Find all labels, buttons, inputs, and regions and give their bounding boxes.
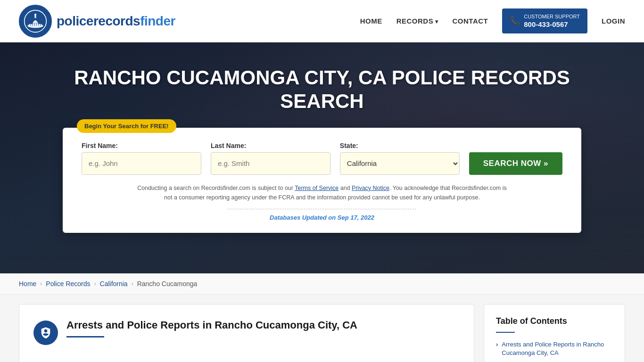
breadcrumb-police-records[interactable]: Police Records (46, 280, 90, 288)
hero-title: RANCHO CUCAMONGA CITY, CA POLICE RECORDS… (63, 66, 581, 114)
first-name-group: First Name: (82, 142, 201, 175)
article-header: Arrests and Police Reports in Rancho Cuc… (33, 319, 460, 345)
svg-rect-5 (30, 23, 31, 26)
svg-rect-10 (40, 23, 41, 26)
state-select[interactable]: California Alabama Alaska Arizona Arkans… (340, 152, 460, 175)
search-now-button[interactable]: SEARCH NOW » (469, 152, 562, 175)
badge-icon (33, 321, 58, 345)
breadcrumb-sep-2: › (94, 280, 96, 287)
db-date: Sep 17, 2022 (338, 214, 374, 221)
customer-support-button[interactable]: 📞 CUSTOMER SUPPORT 800-433-0567 (502, 8, 587, 34)
main-content: Arrests and Police Reports in Rancho Cuc… (0, 295, 644, 362)
search-card: Begin Your Search for FREE! First Name: … (63, 128, 581, 233)
divider (228, 209, 416, 209)
content-left: Arrests and Police Reports in Rancho Cuc… (19, 304, 474, 362)
db-updated: Databases Updated on Sep 17, 2022 (82, 214, 562, 221)
logo-area: policerecordsfinder (19, 5, 175, 38)
search-fields: First Name: Last Name: State: California… (82, 142, 562, 175)
breadcrumb-home[interactable]: Home (19, 280, 36, 288)
last-name-group: Last Name: (211, 142, 330, 175)
nav-records[interactable]: RECORDS (396, 17, 438, 25)
hero-content: RANCHO CUCAMONGA CITY, CA POLICE RECORDS… (0, 42, 644, 233)
article-title-area: Arrests and Police Reports in Rancho Cuc… (66, 319, 357, 337)
first-name-input[interactable] (82, 152, 201, 175)
svg-rect-8 (36, 23, 37, 26)
search-badge: Begin Your Search for FREE! (77, 119, 176, 133)
toc-divider (496, 332, 515, 333)
svg-rect-9 (38, 23, 39, 26)
phone-icon: 📞 (510, 16, 520, 26)
breadcrumb-california[interactable]: California (100, 280, 128, 288)
main-nav: HOME RECORDS CONTACT 📞 CUSTOMER SUPPORT … (360, 8, 625, 34)
toc-arrow-icon: › (496, 341, 498, 348)
tos-link[interactable]: Terms of Service (295, 185, 339, 191)
breadcrumb: Home › Police Records › California › Ran… (0, 273, 644, 295)
svg-rect-7 (34, 23, 35, 26)
last-name-label: Last Name: (211, 142, 330, 149)
title-underline (66, 336, 104, 337)
disclaimer-text: Conducting a search on Recordsfinder.com… (133, 183, 511, 202)
toc-item[interactable]: › Arrests and Police Reports in Rancho C… (496, 340, 613, 357)
breadcrumb-sep-1: › (40, 280, 42, 287)
toc-title: Table of Contents (496, 316, 613, 326)
first-name-label: First Name: (82, 142, 201, 149)
content-right: Table of Contents › Arrests and Police R… (484, 304, 625, 362)
logo-text: policerecordsfinder (57, 14, 175, 29)
toc-link-arrests[interactable]: Arrests and Police Reports in Rancho Cuc… (502, 340, 613, 357)
article-title: Arrests and Police Reports in Rancho Cuc… (66, 319, 357, 332)
shield-badge-icon (39, 326, 52, 339)
svg-point-4 (34, 13, 36, 15)
breadcrumb-sep-3: › (132, 280, 133, 287)
site-header: policerecordsfinder HOME RECORDS CONTACT… (0, 0, 644, 42)
state-label: State: (340, 142, 460, 149)
login-button[interactable]: LOGIN (602, 17, 625, 25)
svg-rect-6 (32, 23, 33, 26)
hero-section: RANCHO CUCAMONGA CITY, CA POLICE RECORDS… (0, 42, 644, 273)
breadcrumb-current: Rancho Cucamonga (137, 280, 198, 288)
nav-contact[interactable]: CONTACT (453, 17, 488, 25)
support-number: 800-433-0567 (524, 20, 580, 29)
privacy-link[interactable]: Privacy Notice (352, 185, 389, 191)
support-label: CUSTOMER SUPPORT (524, 13, 580, 20)
state-group: State: California Alabama Alaska Arizona… (340, 142, 460, 175)
nav-home[interactable]: HOME (360, 17, 382, 25)
logo-icon[interactable] (19, 5, 52, 38)
last-name-input[interactable] (211, 152, 330, 175)
